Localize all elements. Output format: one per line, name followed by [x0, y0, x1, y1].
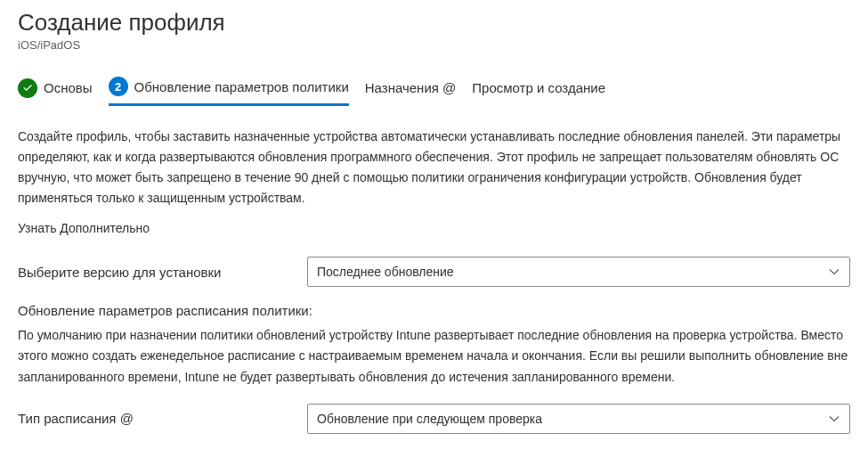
step-label: Основы [44, 80, 93, 95]
step-assignments[interactable]: Назначения @ [365, 80, 457, 102]
checkmark-icon [18, 78, 37, 98]
policy-description: Создайте профиль, чтобы заставить назнач… [18, 127, 850, 208]
step-label: Назначения @ [365, 80, 457, 95]
schedule-description: По умолчанию при назначении политики обн… [18, 325, 850, 387]
chevron-down-icon [828, 413, 840, 425]
version-label: Выберите версию для установки [18, 265, 307, 280]
page-subtitle: iOS/iPadOS [18, 38, 850, 52]
schedule-type-select-value: Обновление при следующем проверка [317, 412, 542, 426]
schedule-type-label: Тип расписания @ [18, 411, 307, 426]
wizard-stepper: Основы 2 Обновление параметров политики … [18, 77, 850, 107]
learn-more-link[interactable]: Узнать Дополнительно [18, 221, 850, 235]
page-title: Создание профиля [18, 9, 850, 37]
version-field-row: Выберите версию для установки Последнее … [18, 257, 850, 287]
step-basics[interactable]: Основы [18, 78, 93, 105]
schedule-type-select[interactable]: Обновление при следующем проверка [307, 404, 850, 434]
step-label: Обновление параметров политики [134, 79, 349, 94]
schedule-type-row: Тип расписания @ Обновление при следующе… [18, 404, 850, 434]
step-review-create[interactable]: Просмотр и создание [472, 80, 605, 102]
chevron-down-icon [828, 266, 840, 278]
version-select[interactable]: Последнее обновление [307, 257, 850, 287]
version-select-value: Последнее обновление [317, 265, 454, 279]
step-label: Просмотр и создание [472, 80, 605, 95]
step-update-policy[interactable]: 2 Обновление параметров политики [109, 77, 349, 106]
schedule-heading: Обновление параметров расписания политик… [18, 303, 850, 318]
step-number-badge: 2 [109, 77, 128, 96]
